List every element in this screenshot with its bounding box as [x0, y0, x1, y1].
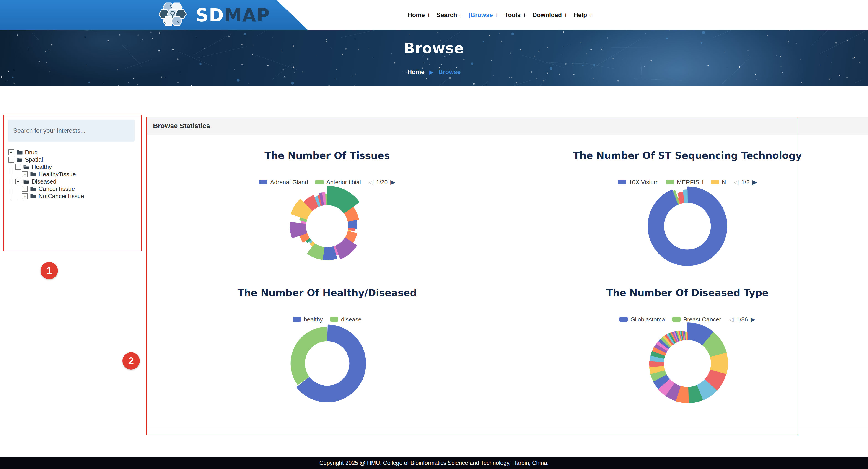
- expand-icon[interactable]: +: [22, 193, 28, 199]
- expand-icon[interactable]: +: [8, 149, 14, 155]
- sidebar-search: [8, 120, 134, 142]
- legend-pager: ◁1/20▶: [369, 179, 395, 186]
- legend-pager: ◁1/86▶: [729, 316, 755, 323]
- tree-node-healthy[interactable]: −Healthy: [15, 163, 84, 170]
- brand-wordmark: SD MAP: [196, 2, 270, 29]
- tree-node-label: CancerTissue: [38, 185, 75, 192]
- annotation-circle-1: 1: [40, 262, 58, 279]
- chart-title: The Number Of Healthy/Diseased: [190, 287, 464, 299]
- legend-swatch: [618, 180, 626, 184]
- logo-hexagons-icon: [153, 1, 189, 29]
- category-tree: +Drug−Spatial−Healthy+HealthyTissue−Dise…: [8, 149, 84, 200]
- donut-chart: [644, 320, 731, 407]
- nav-item-search[interactable]: Search+: [437, 12, 463, 19]
- collapse-icon[interactable]: −: [15, 179, 21, 184]
- annotation-circle-2: 2: [122, 352, 140, 370]
- tree-node-label: Drug: [25, 149, 38, 156]
- tree-children: −Healthy+HealthyTissue−Diseased+CancerTi…: [11, 163, 84, 200]
- chart-title: The Number Of Tissues: [190, 150, 464, 161]
- chart-tissues: The Number Of Tissues Adrenal GlandAnter…: [190, 148, 464, 276]
- nav-item-browse[interactable]: |Browse+: [469, 12, 499, 19]
- copyright-text: Copyright 2025 @ HMU. College of Bioinfo…: [319, 460, 549, 466]
- plus-icon: +: [523, 12, 526, 19]
- tree-node-label: Diseased: [32, 178, 56, 185]
- pager-next-icon[interactable]: ▶: [390, 179, 395, 186]
- tree-node-notcancertissue[interactable]: +NotCancerTissue: [22, 192, 84, 200]
- pager-page-indicator: 1/20: [376, 179, 388, 186]
- legend-swatch: [619, 317, 628, 322]
- pager-page-indicator: 1/2: [741, 179, 749, 186]
- panel-header: Browse Statistics: [147, 117, 868, 135]
- nav-item-label: |Browse: [469, 12, 493, 19]
- page-title: Browse: [0, 40, 868, 57]
- pager-page-indicator: 1/86: [737, 316, 748, 323]
- plus-icon: +: [589, 12, 593, 19]
- starfield-decoration: [0, 30, 868, 86]
- folder-open-icon: [23, 164, 29, 169]
- tree-node-label: Healthy: [32, 163, 52, 170]
- nav-item-label: Help: [574, 12, 587, 19]
- folder-icon: [30, 186, 36, 191]
- search-input[interactable]: [8, 120, 134, 142]
- tree-node-label: HealthyTissue: [38, 171, 76, 178]
- nav-item-home[interactable]: Home+: [408, 12, 431, 19]
- tree-node-drug[interactable]: +Drug: [8, 149, 84, 156]
- tree-node-label: Spatial: [25, 156, 43, 163]
- page: SD MAP Home+Search+|Browse+Tools+Downloa…: [0, 0, 868, 469]
- breadcrumb-current[interactable]: Browse: [438, 69, 461, 76]
- pager-next-icon[interactable]: ▶: [752, 179, 757, 186]
- collapse-icon[interactable]: −: [8, 157, 14, 162]
- chart-diseased-type: The Number Of Diseased Type Glioblastoma…: [551, 285, 824, 413]
- plus-icon: +: [564, 12, 567, 19]
- nav-item-label: Tools: [505, 12, 521, 19]
- donut-chart: [284, 320, 371, 407]
- tree-node-spatial[interactable]: −Spatial: [8, 156, 84, 163]
- folder-icon: [30, 172, 36, 177]
- tree-children: +CancerTissue+NotCancerTissue: [18, 185, 84, 200]
- plus-icon: +: [427, 12, 431, 19]
- chart-st-tech: The Number Of ST Sequencing Technology 1…: [551, 148, 824, 276]
- expand-icon[interactable]: +: [22, 186, 28, 192]
- chart-title: The Number Of Diseased Type: [551, 287, 824, 299]
- nav-item-tools[interactable]: Tools+: [505, 12, 526, 19]
- tree-node-diseased[interactable]: −Diseased: [15, 178, 84, 185]
- tree-node-cancertissue[interactable]: +CancerTissue: [22, 185, 84, 192]
- pager-next-icon[interactable]: ▶: [751, 316, 755, 323]
- tree-node-label: NotCancerTissue: [38, 193, 84, 200]
- brand-wordmark-sd: SD: [196, 2, 224, 29]
- footer: Copyright 2025 @ HMU. College of Bioinfo…: [0, 457, 868, 469]
- chart-healthy-diseased: The Number Of Healthy/Diseased healthydi…: [190, 285, 464, 413]
- legend-swatch: [259, 180, 268, 184]
- pager-prev-icon[interactable]: ◁: [734, 179, 739, 186]
- expand-icon[interactable]: +: [22, 171, 28, 177]
- folder-open-icon: [23, 179, 29, 184]
- brand-logo[interactable]: SD MAP: [153, 1, 270, 29]
- collapse-icon[interactable]: −: [15, 164, 21, 170]
- tree-children: +HealthyTissue: [18, 170, 84, 178]
- folder-open-icon: [17, 157, 23, 162]
- nav-item-label: Download: [532, 12, 562, 19]
- panel-header-title: Browse Statistics: [147, 122, 210, 130]
- folder-icon: [17, 150, 23, 155]
- main-nav: Home+Search+|Browse+Tools+Download+Help+: [408, 0, 593, 30]
- chart-title: The Number Of ST Sequencing Technology: [551, 150, 824, 161]
- nav-item-download[interactable]: Download+: [532, 12, 567, 19]
- breadcrumb-home-link[interactable]: Home: [407, 69, 425, 76]
- nav-item-label: Home: [408, 12, 425, 19]
- plus-icon: +: [459, 12, 463, 19]
- nav-item-help[interactable]: Help+: [574, 12, 593, 19]
- hero-banner: Browse Home ▶ Browse: [0, 30, 868, 86]
- tree-node-healthytissue[interactable]: +HealthyTissue: [22, 170, 84, 178]
- brand-wordmark-map: MAP: [224, 2, 270, 29]
- top-navbar: SD MAP Home+Search+|Browse+Tools+Downloa…: [0, 0, 868, 30]
- plus-icon: +: [495, 12, 499, 19]
- legend-pager: ◁1/2▶: [734, 179, 757, 186]
- arrow-right-icon: ▶: [430, 69, 433, 75]
- donut-chart: [284, 183, 371, 270]
- donut-chart: [644, 183, 731, 270]
- nav-item-label: Search: [437, 12, 457, 19]
- breadcrumb: Home ▶ Browse: [0, 69, 868, 76]
- folder-icon: [30, 194, 36, 198]
